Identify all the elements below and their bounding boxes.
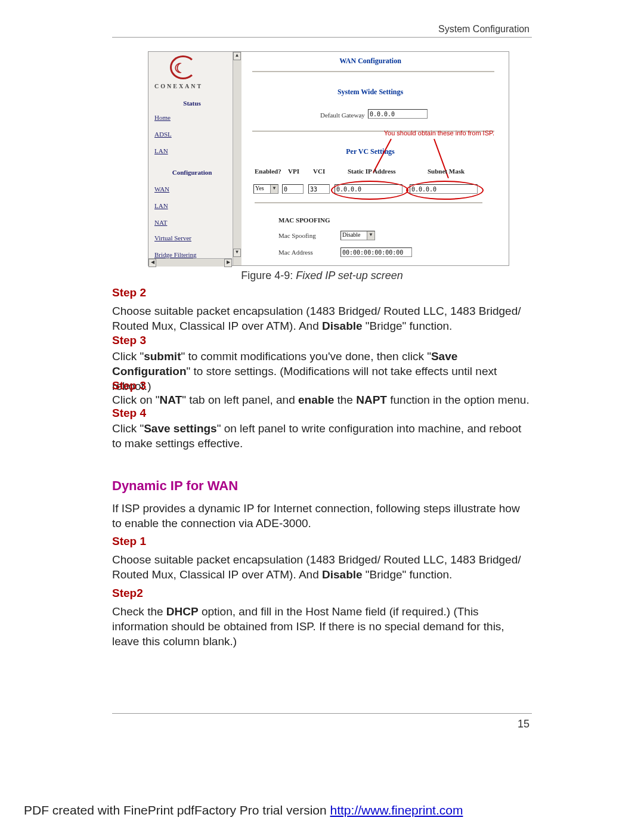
scrollbar-horizontal[interactable]: ◀ ▶: [148, 258, 232, 267]
select-enabled[interactable]: Yes ▼: [253, 184, 278, 194]
body-paragraph: Click "Save settings" on left panel to w…: [112, 421, 532, 451]
annotation-circle-static-ip: [331, 181, 408, 200]
label-default-gateway: Default Gateway: [320, 112, 365, 119]
step-heading: Step 3: [112, 379, 146, 392]
page-header-right: System Configuration: [438, 24, 530, 35]
select-mac-spoofing[interactable]: Disable ▼: [340, 231, 375, 240]
sidebar-section-configuration: Configuration: [148, 169, 236, 176]
col-static-ip: Static IP Address: [348, 168, 395, 175]
title-wan-configuration: WAN Configuration: [243, 57, 498, 66]
sidebar-link-wan[interactable]: WAN: [154, 185, 169, 193]
input-vpi[interactable]: [282, 184, 304, 194]
body-paragraph: Check the DHCP option, and fill in the H…: [112, 604, 532, 649]
chevron-down-icon[interactable]: ▼: [367, 231, 374, 240]
step-heading: Step 2: [112, 286, 146, 299]
sidebar-section-status: Status: [148, 100, 236, 107]
main-panel: WAN Configuration System Wide Settings D…: [243, 52, 509, 265]
col-vci: VCI: [313, 168, 325, 175]
sidebar-link-lan[interactable]: LAN: [154, 147, 168, 154]
title-per-vc: Per VC Settings: [243, 147, 498, 156]
sidebar: ▲ ▼ ◀ ▶ ☾ CONEXANT Status Home ADSL LAN …: [148, 52, 242, 265]
scroll-down-icon[interactable]: ▼: [233, 249, 241, 257]
select-mac-spoofing-value: Disable: [342, 231, 361, 238]
step-heading: Step 1: [112, 535, 146, 548]
col-vpi: VPI: [288, 168, 299, 175]
scroll-right-icon[interactable]: ▶: [224, 259, 232, 267]
body-paragraph: Click "submit" to commit modifications y…: [112, 349, 532, 394]
figure-caption: Figure 4-9: Fixed IP set-up screen: [0, 270, 644, 282]
body-paragraph: Click on "NAT" tab on left panel, and en…: [112, 392, 532, 407]
annotation-circle-subnet: [406, 181, 484, 200]
title-system-wide: System Wide Settings: [243, 88, 498, 97]
logo: ☾: [170, 55, 196, 79]
footer-rule: [112, 713, 532, 714]
input-mac-address[interactable]: [340, 247, 412, 257]
scrollbar-vertical[interactable]: ▲ ▼: [233, 52, 242, 265]
body-paragraph: If ISP provides a dynamic IP for Interne…: [112, 501, 532, 531]
page-number: 15: [518, 718, 530, 730]
brand-text: CONEXANT: [154, 83, 203, 89]
sidebar-link-lan2[interactable]: LAN: [154, 202, 168, 209]
step-heading: Step 4: [112, 407, 146, 420]
scroll-up-icon[interactable]: ▲: [233, 52, 241, 60]
pdf-footer: PDF created with FinePrint pdfFactory Pr…: [24, 803, 463, 817]
title-mac-spoofing: MAC SPOOFING: [278, 216, 330, 224]
body-paragraph: Choose suitable packet encapsulation (14…: [112, 552, 532, 582]
body-paragraph: Choose suitable packet encapsulation (14…: [112, 304, 532, 333]
note-isp-info: You should obtain these info from ISP.: [384, 129, 494, 137]
scroll-left-icon[interactable]: ◀: [148, 259, 156, 267]
chevron-down-icon[interactable]: ▼: [270, 185, 278, 193]
divider: [252, 71, 494, 73]
col-subnet: Subnet Mask: [428, 168, 465, 175]
section-heading-dynamic-ip: Dynamic IP for WAN: [112, 478, 238, 494]
divider: [255, 202, 482, 204]
sidebar-link-bridge-filtering[interactable]: Bridge Filtering: [154, 251, 197, 258]
select-enabled-value: Yes: [255, 185, 264, 191]
logo-icon: ☾: [174, 61, 186, 76]
sidebar-link-adsl[interactable]: ADSL: [154, 131, 172, 138]
step-heading: Step2: [112, 587, 143, 600]
footer-link[interactable]: http://www.fineprint.com: [330, 803, 463, 817]
sidebar-link-nat[interactable]: NAT: [154, 219, 167, 226]
header-rule: [112, 37, 532, 38]
label-mac-spoofing: Mac Spoofing: [278, 232, 316, 239]
input-vci[interactable]: [308, 184, 330, 194]
sidebar-link-home[interactable]: Home: [154, 114, 171, 121]
input-default-gateway[interactable]: [368, 109, 428, 119]
sidebar-link-virtual-server[interactable]: Virtual Server: [154, 234, 191, 241]
col-enabled: Enabled?: [255, 168, 281, 175]
step-heading: Step 3: [112, 334, 146, 347]
screenshot-figure: ▲ ▼ ◀ ▶ ☾ CONEXANT Status Home ADSL LAN …: [148, 51, 509, 266]
label-mac-address: Mac Address: [278, 249, 313, 256]
